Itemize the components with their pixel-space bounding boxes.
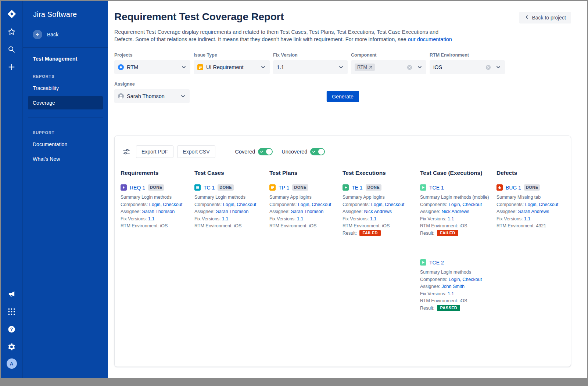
components-link[interactable]: Login, Checkout [298, 202, 331, 207]
remove-tag-icon [369, 66, 372, 69]
app-screen: ? A Jira Software Back Test Management R… [1, 1, 587, 378]
sidebar-item-whats-new[interactable]: What's New [28, 152, 103, 166]
issue-key-link[interactable]: REQ 1 [130, 185, 145, 191]
assignee-link[interactable]: Sarah Thomson [142, 209, 175, 214]
announcements-icon[interactable] [6, 288, 18, 300]
field-value: Login methods [141, 195, 172, 200]
field-label: RTM Environment: [121, 223, 159, 228]
fix-version-link[interactable]: 1.1 [370, 216, 376, 221]
issue-key-link[interactable]: TE 1 [352, 185, 363, 191]
column-header-test-case-executions: Test Case (Executions) [420, 170, 496, 176]
chevron-left-icon [524, 15, 529, 21]
status-badge: DONE [148, 184, 164, 191]
generate-button[interactable]: Generate [326, 91, 359, 102]
issue-key-link[interactable]: TP 1 [279, 185, 289, 191]
test-plan-icon [269, 184, 276, 191]
support-heading: SUPPORT [23, 118, 108, 137]
fix-version-link[interactable]: 1.1 [448, 216, 454, 221]
issue-type-select[interactable]: UI Requirement [194, 60, 270, 74]
fix-version-link[interactable]: 1.1 [448, 291, 454, 296]
field-value: iOS [382, 223, 390, 228]
clear-select-icon[interactable] [485, 65, 491, 70]
projects-value: RTM [127, 64, 138, 70]
projects-select[interactable]: RTM [114, 60, 190, 74]
field-value: Login methods [215, 195, 245, 200]
assignee-field: Assignee: John Smith [420, 283, 492, 291]
rtm-environment-field: RTM Environment: iOS [420, 223, 492, 230]
jira-logo-icon[interactable] [6, 8, 18, 20]
field-label: Fix Versions: [343, 216, 369, 221]
assignee-link[interactable]: Sarah Thomson [216, 209, 248, 214]
assignee-link[interactable]: Nick Andrews [364, 209, 392, 214]
star-favorites-icon[interactable] [6, 26, 18, 37]
requirement-card: REQ 1 DONE Summary Login methods Compone… [121, 184, 194, 237]
search-icon[interactable] [6, 43, 18, 55]
test-case-card: TC 1 DONE Summary Login methods Componen… [194, 184, 269, 237]
fix-version-link[interactable]: 1.1 [297, 216, 303, 221]
sidebar-item-coverage[interactable]: Coverage [28, 96, 103, 109]
components-link[interactable]: Login, Checkout [449, 202, 482, 207]
assignee-value: Sarah Thomson [127, 93, 165, 99]
assignee-link[interactable]: Nick Andrews [441, 209, 469, 214]
assignee-link[interactable]: Sarah Thomson [291, 209, 323, 214]
assignee-select[interactable]: Sarah Thomson [114, 89, 190, 103]
components-field: Components: Login, Checkout [496, 201, 560, 209]
user-avatar[interactable]: A [7, 358, 17, 369]
rtm-environment-field: RTM Environment: iOS [269, 223, 338, 230]
result-field: Result: PASSED [420, 305, 492, 312]
field-label: RTM Environment: [343, 223, 381, 228]
create-plus-icon[interactable] [6, 61, 18, 73]
field-label: Assignee: [343, 209, 363, 214]
assignee-link[interactable]: Sarah Andrews [518, 209, 549, 214]
issue-key-link[interactable]: BUG 1 [506, 185, 521, 191]
component-select[interactable]: RTM [351, 60, 426, 74]
field-label: Components: [496, 202, 524, 207]
clear-select-icon[interactable] [407, 65, 412, 70]
documentation-link[interactable]: our documentation [408, 36, 452, 42]
sidebar-item-traceability[interactable]: Traceability [28, 82, 103, 95]
sidebar-back-button[interactable]: Back [23, 19, 108, 48]
assignee-field: Assignee: Sarah Thomson [269, 208, 338, 216]
issue-key-link[interactable]: TCE 2 [429, 260, 444, 266]
column-header-requirements: Requirements [121, 170, 194, 176]
filter-settings-icon[interactable] [121, 146, 132, 158]
export-pdf-button[interactable]: Export PDF [136, 145, 173, 158]
svg-text:?: ? [10, 327, 13, 332]
page-description: Requirement Test Coverage display requir… [114, 29, 456, 43]
rtm-environment-value: iOS [433, 64, 442, 70]
sidebar-item-documentation[interactable]: Documentation [28, 138, 103, 151]
field-label: Components: [121, 202, 148, 207]
issue-key-link[interactable]: TCE 1 [429, 185, 444, 191]
uncovered-toggle[interactable] [310, 148, 325, 155]
fix-versions-field: Fix Versions: 1.1 [343, 216, 416, 223]
field-label: RTM Environment: [496, 223, 535, 228]
help-icon[interactable]: ? [6, 323, 18, 335]
components-link[interactable]: Login, Checkout [223, 202, 256, 207]
components-link[interactable]: Login, Checkout [525, 202, 558, 207]
back-to-project-button[interactable]: Back to project [519, 12, 571, 24]
components-link[interactable]: Login, Checkout [371, 202, 404, 207]
fix-version-link[interactable]: 1.1 [524, 216, 530, 221]
field-value: 4321 [536, 223, 546, 228]
sidebar-section-title: Test Management [23, 48, 108, 62]
fix-version-link[interactable]: 1.1 [148, 216, 154, 221]
components-link[interactable]: Login, Checkout [149, 202, 182, 207]
app-switcher-icon[interactable] [6, 306, 18, 317]
assignee-link[interactable]: John Smith [441, 284, 465, 289]
field-label: Summary [194, 195, 214, 200]
component-tag-label: RTM [357, 65, 367, 70]
fix-version-link[interactable]: 1.1 [222, 216, 228, 221]
assignee-label: Assignee [114, 82, 190, 87]
rtm-environment-select[interactable]: iOS [430, 60, 505, 74]
component-tag[interactable]: RTM [355, 64, 375, 71]
fix-version-select[interactable]: 1.1 [273, 60, 348, 74]
report-toolbar: Export PDF Export CSV Covered Uncovered [121, 145, 565, 158]
covered-toggle[interactable] [258, 148, 273, 155]
issue-key-link[interactable]: TC 1 [204, 185, 215, 191]
column-header-defects: Defects [496, 170, 565, 176]
export-csv-button[interactable]: Export CSV [177, 145, 215, 158]
field-label: Summary [420, 270, 440, 275]
components-link[interactable]: Login, Checkout [449, 277, 482, 282]
test-execution-icon [343, 184, 349, 191]
settings-gear-icon[interactable] [6, 341, 18, 353]
